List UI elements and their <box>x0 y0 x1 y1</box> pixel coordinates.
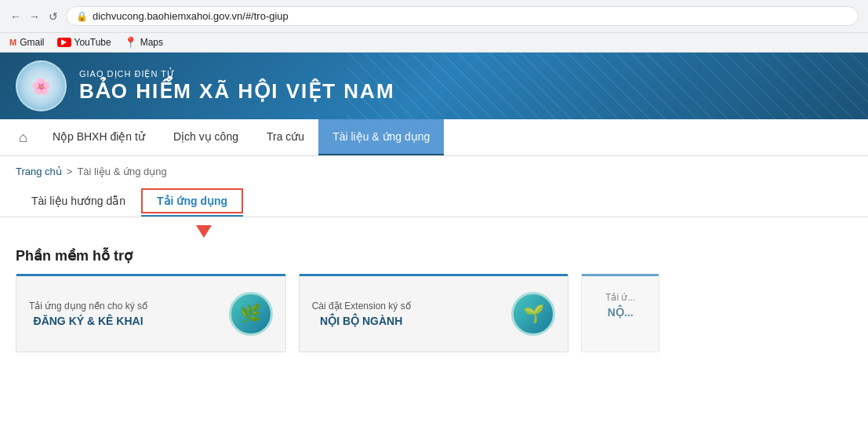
card-icon-2: 🌱 <box>511 292 555 336</box>
tab-tai-lieu-huong-dan[interactable]: Tài liệu hướng dẫn <box>16 187 141 217</box>
card-dang-ky-ke-khai[interactable]: Tải ứng dụng nền cho ký số ĐĂNG KÝ & KÊ … <box>16 274 286 352</box>
card-subtitle-3: Tải ứ... <box>605 292 635 303</box>
forward-button[interactable]: → <box>28 10 41 23</box>
tabs-section: Tài liệu hướng dẫn Tải ứng dụng <box>0 187 868 217</box>
card-text-col-2: Cài đặt Extension ký số NỘI BỘ NGÀNH <box>312 301 411 327</box>
down-arrow-icon <box>196 225 212 238</box>
card-noi-bo-nganh[interactable]: Cài đặt Extension ký số NỘI BỘ NGÀNH 🌱 <box>299 274 569 352</box>
breadcrumb-current: Tài liệu & ứng dụng <box>77 166 166 177</box>
card-text-col-1: Tải ứng dụng nền cho ký số ĐĂNG KÝ & KÊ … <box>29 301 147 327</box>
tab-tai-ung-dung[interactable]: Tải ứng dụng <box>141 187 243 217</box>
back-button[interactable]: ← <box>9 10 22 23</box>
reload-button[interactable]: ↺ <box>47 10 60 23</box>
breadcrumb-separator: > <box>67 166 73 177</box>
card-emblem-1: 🌿 <box>240 304 261 324</box>
maps-label: Maps <box>140 37 163 48</box>
cards-section: Tải ứng dụng nền cho ký số ĐĂNG KÝ & KÊ … <box>0 274 868 376</box>
youtube-label: YouTube <box>74 37 111 48</box>
tabs-row: Tài liệu hướng dẫn Tải ứng dụng <box>16 187 852 217</box>
header-logo: 🌸 <box>16 60 67 111</box>
bookmark-maps[interactable]: 📍 Maps <box>124 36 163 49</box>
maps-icon: 📍 <box>124 36 137 49</box>
gmail-label: Gmail <box>20 37 44 48</box>
card-title-2: NỘI BỘ NGÀNH <box>320 315 402 327</box>
main-navigation: ⌂ Nộp BHXH điện tử Dịch vụ công Tra cứu … <box>0 119 868 156</box>
site-header: 🌸 GIAO DỊCH ĐIỆN TỬ BẢO HIỂM XÃ HỘI VIỆT… <box>0 53 868 119</box>
card-inner-2: Cài đặt Extension ký số NỘI BỘ NGÀNH 🌱 <box>312 292 556 336</box>
section-title: Phần mềm hỗ trợ <box>0 241 868 274</box>
card-inner-1: Tải ứng dụng nền cho ký số ĐĂNG KÝ & KÊ … <box>29 292 273 336</box>
nav-home-button[interactable]: ⌂ <box>8 120 38 155</box>
breadcrumb-home-link[interactable]: Trang chủ <box>16 166 62 177</box>
gmail-icon: M <box>9 38 16 47</box>
youtube-icon <box>57 38 71 47</box>
nav-item-dich-vu-cong[interactable]: Dịch vụ công <box>159 119 252 155</box>
browser-controls: ← → ↺ 🔒 dichvucong.baohiemxahoi.gov.vn/#… <box>0 0 868 32</box>
browser-chrome: ← → ↺ 🔒 dichvucong.baohiemxahoi.gov.vn/#… <box>0 0 868 53</box>
nav-item-nop-bhxh[interactable]: Nộp BHXH điện tử <box>38 119 159 155</box>
card-title-3: NỘ... <box>608 306 634 319</box>
card-title-1: ĐĂNG KÝ & KÊ KHAI <box>34 315 143 327</box>
header-title: BẢO HIỂM XÃ HỘI VIỆT NAM <box>79 79 395 104</box>
card-partial[interactable]: Tải ứ... NỘ... <box>581 274 659 352</box>
bookmark-youtube[interactable]: YouTube <box>57 37 111 48</box>
bookmark-gmail[interactable]: M Gmail <box>9 37 45 48</box>
breadcrumb: Trang chủ > Tài liệu & ứng dụng <box>0 156 868 187</box>
lock-icon: 🔒 <box>76 11 88 22</box>
address-text: dichvucong.baohiemxahoi.gov.vn/#/tro-giu… <box>93 10 289 22</box>
nav-item-tra-cuu[interactable]: Tra cứu <box>252 119 318 155</box>
arrow-container <box>0 217 868 241</box>
card-text-col-3: Tải ứ... NỘ... <box>605 292 635 319</box>
card-emblem-2: 🌱 <box>523 304 544 324</box>
header-text: GIAO DỊCH ĐIỆN TỬ BẢO HIỂM XÃ HỘI VIỆT N… <box>79 69 395 104</box>
card-subtitle-1: Tải ứng dụng nền cho ký số <box>29 301 147 312</box>
bookmarks-bar: M Gmail YouTube 📍 Maps <box>0 32 868 52</box>
header-subtitle: GIAO DỊCH ĐIỆN TỬ <box>79 69 395 79</box>
header-bg-pattern <box>347 53 868 119</box>
address-bar[interactable]: 🔒 dichvucong.baohiemxahoi.gov.vn/#/tro-g… <box>66 6 859 26</box>
nav-item-tai-lieu[interactable]: Tài liệu & ứng dụng <box>318 119 444 155</box>
card-icon-1: 🌿 <box>229 292 273 336</box>
card-subtitle-2: Cài đặt Extension ký số <box>312 301 411 312</box>
logo-emblem: 🌸 <box>31 77 51 96</box>
